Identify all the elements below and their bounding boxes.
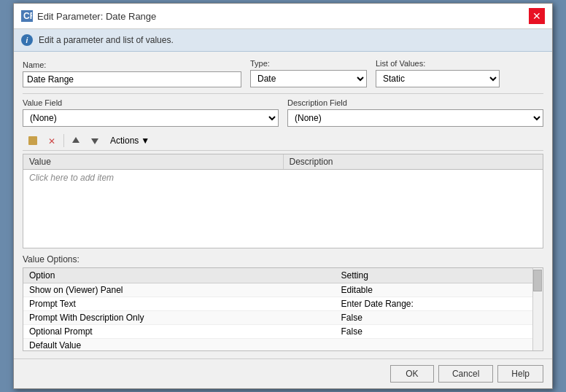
svg-marker-6 xyxy=(91,138,98,144)
delete-button[interactable]: ✕ xyxy=(43,133,61,149)
options-table[interactable]: Option Setting Show on (Viewer) PanelEdi… xyxy=(23,267,543,351)
setting-col-header: Setting xyxy=(335,268,543,283)
info-message: Edit a parameter and list of values. xyxy=(39,35,174,45)
toolbar: ✕ Actions ▼ xyxy=(23,131,543,151)
table-header: Value Description xyxy=(23,154,543,170)
option-cell: Prompt Text xyxy=(23,297,335,311)
setting-cell: Editable xyxy=(335,283,543,297)
option-cell: Show on (Viewer) Panel xyxy=(23,283,335,297)
setting-cell: False xyxy=(335,325,543,339)
option-cell: Default Value xyxy=(23,339,335,352)
cancel-button[interactable]: Cancel xyxy=(438,365,493,383)
list-values-label: List of Values: xyxy=(376,59,500,68)
option-cell: Optional Prompt xyxy=(23,325,335,339)
options-row: Prompt TextEnter Date Range: xyxy=(23,297,543,311)
value-field-group: Value Field (None) xyxy=(23,98,279,127)
options-row: Optional PromptFalse xyxy=(23,325,543,339)
close-button[interactable]: ✕ xyxy=(529,8,545,24)
svg-rect-3 xyxy=(31,137,34,138)
svg-marker-5 xyxy=(72,137,80,143)
svg-text:CR: CR xyxy=(23,11,32,21)
title-bar-left: CR Edit Parameter: Date Range xyxy=(21,10,156,22)
type-select[interactable]: Date String Number Boolean xyxy=(250,70,367,87)
help-button[interactable]: Help xyxy=(497,365,543,383)
setting-cell: Enter Date Range: xyxy=(335,297,543,311)
description-field-select[interactable]: (None) xyxy=(287,109,543,127)
actions-button[interactable]: Actions ▼ xyxy=(105,133,155,149)
setting-cell: False xyxy=(335,311,543,325)
options-data-table: Option Setting Show on (Viewer) PanelEdi… xyxy=(23,268,543,351)
name-input[interactable] xyxy=(23,71,241,87)
value-table: Value Description Click here to add item xyxy=(23,154,543,248)
actions-label: Actions xyxy=(110,136,139,146)
move-down-button[interactable] xyxy=(86,133,104,149)
actions-arrow-icon: ▼ xyxy=(141,136,150,146)
col-description-header: Description xyxy=(284,154,543,169)
options-label: Value Options: xyxy=(23,254,543,264)
name-group: Name: xyxy=(23,60,241,87)
add-item-row[interactable]: Click here to add item xyxy=(23,170,543,186)
row-1: Name: Type: Date String Number Boolean L… xyxy=(23,59,543,87)
options-row: Prompt With Description OnlyFalse xyxy=(23,311,543,325)
move-up-button[interactable] xyxy=(67,133,85,149)
ok-button[interactable]: OK xyxy=(390,365,434,383)
scrollbar-thumb[interactable] xyxy=(533,270,542,291)
option-col-header: Option xyxy=(23,268,335,283)
divider-1 xyxy=(23,93,543,94)
info-icon: i xyxy=(21,34,33,46)
info-bar: i Edit a parameter and list of values. xyxy=(14,29,552,52)
name-label: Name: xyxy=(23,60,241,69)
options-section: Value Options: Option Setting Show on (V… xyxy=(23,254,543,351)
type-group: Type: Date String Number Boolean xyxy=(250,59,367,87)
type-label: Type: xyxy=(250,59,367,68)
description-field-label: Description Field xyxy=(287,98,543,107)
options-row: Show on (Viewer) PanelEditable xyxy=(23,283,543,297)
list-values-select[interactable]: Static Dynamic None xyxy=(376,70,500,87)
options-row: Default Value xyxy=(23,339,543,352)
footer: OK Cancel Help xyxy=(14,358,552,388)
col-value-header: Value xyxy=(23,154,284,169)
list-values-group: List of Values: Static Dynamic None xyxy=(376,59,500,87)
app-icon: CR xyxy=(21,10,33,22)
dialog-title: Edit Parameter: Date Range xyxy=(37,11,156,22)
dialog: CR Edit Parameter: Date Range ✕ i Edit a… xyxy=(13,3,553,389)
description-field-group: Description Field (None) xyxy=(287,98,543,127)
content-area: Name: Type: Date String Number Boolean L… xyxy=(14,52,552,358)
toolbar-separator xyxy=(63,134,64,147)
add-button[interactable] xyxy=(24,133,42,149)
setting-cell xyxy=(335,339,543,352)
option-cell: Prompt With Description Only xyxy=(23,311,335,325)
title-bar: CR Edit Parameter: Date Range ✕ xyxy=(14,4,552,29)
value-field-select[interactable]: (None) xyxy=(23,109,279,127)
svg-text:✕: ✕ xyxy=(48,136,55,146)
value-desc-row: Value Field (None) Description Field (No… xyxy=(23,98,543,127)
scrollbar-track[interactable] xyxy=(532,268,543,350)
value-field-label: Value Field xyxy=(23,98,279,107)
